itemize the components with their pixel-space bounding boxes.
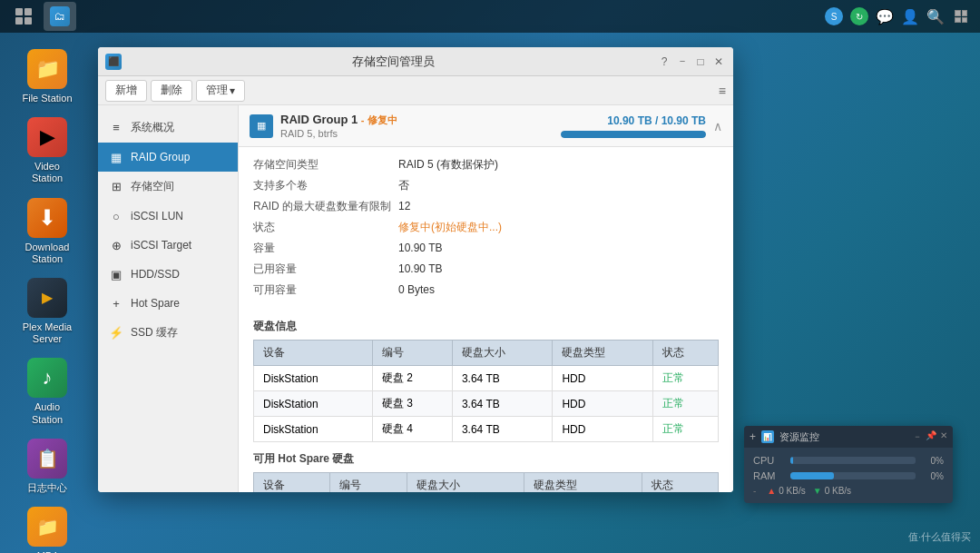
sidebar-item-raid-group[interactable]: ▦ RAID Group [98,143,238,172]
res-minimize-btn[interactable]: － [913,430,922,443]
resource-win-controls: － 📌 ✕ [913,430,947,443]
disk-number: 硬盘 4 [372,417,452,442]
max-disk-value: 12 [398,198,410,214]
close-button[interactable]: ✕ [711,54,726,69]
used-label: 已用容量 [253,261,398,277]
disk-number: 硬盘 2 [372,366,452,391]
res-pin-btn[interactable]: 📌 [926,430,936,443]
raid-capacity-text: 10.90 TB / 10.90 TB [561,114,706,127]
disk-section-title: 硬盘信息 [253,319,719,334]
raid-group-icon: ▦ [109,150,123,164]
network-row: - ▲ 0 KB/s ▼ 0 KB/s [753,486,944,496]
max-disk-label: RAID 的最大硬盘数量有限制 [253,198,398,214]
hotspare-col-size: 硬盘大小 [407,473,524,493]
sidebar-item-ssd-cache[interactable]: ⚡ SSD 缓存 [98,318,238,348]
sidebar-label-overview: 系统概况 [131,120,174,135]
download-speed: 0 KB/s [825,486,851,496]
collapse-button[interactable]: ∧ [713,119,722,133]
disk-type: HDD [553,366,652,391]
minimize-button[interactable]: － [675,54,690,69]
cpu-bar-fill [790,457,793,464]
hotspare-col-device: 设备 [254,473,330,493]
watermark: 值·什么值得买 [908,530,971,544]
taskbar-grid-icon[interactable] [951,6,971,26]
desktop-icon-download-station[interactable]: ⬇ Download Station [15,194,80,269]
status-value: 修复中(初始硬盘中...) [398,219,502,235]
raid-header[interactable]: ▦ RAID Group 1 - 修复中 RAID 5, btrfs 10.90 [239,105,733,147]
manage-button[interactable]: 管理 ▾ [196,80,245,102]
help-button[interactable]: ? [657,54,671,69]
sidebar-label-hdd-ssd: HDD/SSD [131,268,180,281]
cpu-label: CPU [753,455,785,466]
hotspare-col-type: 硬盘类型 [524,473,642,493]
raid-panel: ▦ RAID Group 1 - 修复中 RAID 5, btrfs 10.90 [239,105,733,492]
resource-monitor-icon: 📊 [761,430,774,443]
desktop-icon-log[interactable]: 📋 日志中心 [15,435,80,498]
available-label: 可用容量 [253,281,398,298]
disk-status: 正常 [652,391,718,417]
taskbar-notification-icon[interactable]: ↻ [849,6,869,26]
window-body: ≡ 系统概况 ▦ RAID Group ⊞ 存储空间 ○ iSCSI LUN ⊕ [98,105,733,492]
download-station-icon: ⬇ [27,198,67,238]
manage-label: 管理 [206,83,228,98]
sidebar-item-hot-spare[interactable]: + Hot Spare [98,289,238,318]
taskbar-search-icon[interactable]: 🔍 [926,6,946,26]
download-item: ▼ 0 KB/s [813,486,851,496]
raid-status-text: 修复中 [368,114,397,125]
hotspare-section-title: 可用 Hot Spare 硬盘 [253,451,719,467]
sidebar-item-iscsi-target[interactable]: ⊕ iSCSI Target [98,231,238,260]
list-view-icon[interactable]: ≡ [719,84,726,98]
ssd-cache-icon: ⚡ [109,326,123,341]
taskbar-chat-icon[interactable]: 💬 [875,6,895,26]
taskbar-app-grid[interactable] [7,2,40,31]
res-close-btn[interactable]: ✕ [940,430,947,443]
disk-table: 设备 编号 硬盘大小 硬盘类型 状态 DiskStation 硬盘 2 3.64… [253,340,719,442]
maximize-button[interactable]: □ [693,54,708,69]
toolbar-right: ≡ [719,84,726,98]
sidebar-item-overview[interactable]: ≡ 系统概况 [98,113,238,143]
disk-status: 正常 [652,366,718,391]
download-icon: ▼ [813,486,822,496]
log-label: 日志中心 [27,482,67,494]
multi-volume-label: 支持多个卷 [253,177,398,193]
desktop-icon-audio-station[interactable]: ♪ Audio Station [15,354,80,429]
window-title: 存储空间管理员 [129,54,657,70]
hotspare-col-number: 编号 [330,473,407,493]
desktop-icon-mp4[interactable]: 📁 MP4 [15,503,80,553]
plex-label: Plex Media Server [18,321,76,345]
resource-monitor-title: 资源监控 [779,430,907,444]
sidebar-item-iscsi-lun[interactable]: ○ iSCSI LUN [98,202,238,231]
taskbar-file-station[interactable]: 🗂 [44,2,76,31]
log-icon: 📋 [27,439,67,479]
sidebar-label-hot-spare: Hot Spare [131,297,180,310]
raid-status-badge: - [361,114,368,125]
raid-subtitle: RAID 5, btrfs [280,128,561,139]
hdd-ssd-icon: ▣ [109,267,123,281]
resource-monitor-titlebar: + 📊 资源监控 － 📌 ✕ [744,426,953,448]
desktop-icon-video-station[interactable]: ▶ Video Station [15,114,80,188]
sidebar-item-hdd-ssd[interactable]: ▣ HDD/SSD [98,260,238,289]
sidebar-label-storage-space: 存储空间 [131,179,174,194]
multi-volume-value: 否 [398,177,409,193]
upload-icon: ▲ [767,486,776,496]
ram-bar-bg [790,472,916,479]
ram-label: RAM [753,470,785,481]
desktop-icon-plex[interactable]: ▶ Plex Media Server [15,274,80,349]
hotspare-table: 设备 编号 硬盘大小 硬盘类型 状态 无可用备援硬盘。 [253,472,719,492]
new-button[interactable]: 新增 [105,80,147,102]
taskbar-user-icon[interactable]: 👤 [900,6,920,26]
storage-manager-window: ⬛ 存储空间管理员 ? － □ ✕ 新增 删除 管理 ▾ ≡ [98,47,733,492]
disk-device: DiskStation [254,391,373,417]
raid-header-right: 10.90 TB / 10.90 TB [561,114,706,138]
capacity-value: 10.90 TB [398,240,442,256]
desktop-icon-file-station[interactable]: 📁 File Station [15,45,80,108]
disk-col-number: 编号 [372,341,452,366]
upload-speed: 0 KB/s [779,486,805,496]
hotspare-col-status: 状态 [642,473,718,493]
taskbar-synology-assistant-icon[interactable]: S [824,6,844,26]
sidebar-item-storage-space[interactable]: ⊞ 存储空间 [98,172,238,202]
status-label: 状态 [253,219,398,235]
resource-plus-icon[interactable]: + [750,430,756,443]
delete-button[interactable]: 删除 [151,80,192,102]
main-content: ▦ RAID Group 1 - 修复中 RAID 5, btrfs 10.90 [239,105,733,492]
